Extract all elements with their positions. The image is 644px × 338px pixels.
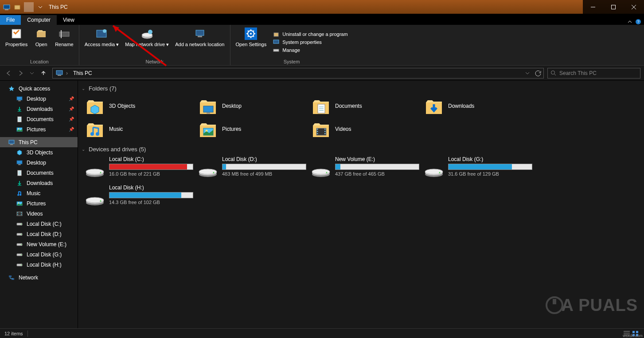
folder-icon <box>198 119 218 139</box>
folder-item[interactable]: 3D Objects <box>85 94 198 118</box>
open-settings-button[interactable]: Open Settings <box>233 26 269 58</box>
label: Rename <box>55 42 74 47</box>
svg-rect-44 <box>21 214 22 215</box>
drive-info: Local Disk (D:) 483 MB free of 499 MB <box>222 156 315 177</box>
sidebar-this-pc[interactable]: This PC <box>0 137 78 147</box>
sidebar-item[interactable]: Local Disk (G:) <box>0 249 78 259</box>
svg-point-9 <box>103 29 106 33</box>
group-label: System <box>284 58 300 65</box>
sidebar-item[interactable]: Documents📌 <box>0 114 78 124</box>
sidebar-item[interactable]: Local Disk (D:) <box>0 229 78 239</box>
folder-item[interactable]: Videos <box>311 118 424 141</box>
drives-header[interactable]: ⌄Devices and drives (5) <box>79 144 644 155</box>
map-drive-button[interactable]: Map network drive ▾ <box>122 26 172 58</box>
sidebar-item[interactable]: Pictures📌 <box>0 124 78 134</box>
doc-icon <box>16 169 23 177</box>
breadcrumb[interactable]: This PC <box>70 70 96 76</box>
folder-item[interactable]: Desktop <box>198 94 311 118</box>
svg-rect-22 <box>58 75 61 76</box>
qat-item[interactable] <box>12 2 22 12</box>
minimize-button[interactable] <box>583 0 603 14</box>
forward-button[interactable] <box>15 68 26 79</box>
explorer-window: This PC File Computer View ? Properties … <box>0 0 644 338</box>
content-pane: ⌄Folders (7) 3D ObjectsDesktopDocumentsD… <box>78 81 644 328</box>
monitor-icon <box>273 39 280 46</box>
label: Access media ▾ <box>85 42 119 47</box>
add-location-button[interactable]: Add a network location <box>172 26 227 58</box>
up-button[interactable] <box>38 68 49 79</box>
address-bar[interactable]: › This PC <box>52 68 544 79</box>
svg-rect-21 <box>56 71 62 75</box>
drive-icon <box>16 241 23 248</box>
folder-icon <box>85 119 105 139</box>
help-icon[interactable]: ? <box>635 19 641 25</box>
sidebar-item[interactable]: Pictures <box>0 198 78 208</box>
tab-computer[interactable]: Computer <box>21 15 57 25</box>
refresh-button[interactable] <box>533 68 543 79</box>
sidebar-network[interactable]: Network <box>0 272 78 283</box>
sidebar-item[interactable]: Desktop <box>0 157 78 168</box>
sidebar-item[interactable]: Local Disk (C:) <box>0 219 78 229</box>
sidebar-item[interactable]: New Volume (E:) <box>0 239 78 249</box>
drive-item[interactable]: New Volume (E:) 437 GB free of 465 GB <box>311 155 424 184</box>
sidebar-item[interactable]: Videos <box>0 208 78 219</box>
window-title: This PC <box>49 4 68 10</box>
label: Map network drive ▾ <box>125 42 169 47</box>
tab-file[interactable]: File <box>0 15 21 25</box>
drive-item[interactable]: Local Disk (C:) 16.0 GB free of 221 GB <box>85 155 198 184</box>
uninstall-button[interactable]: Uninstall or change a program <box>273 31 347 38</box>
sidebar-item[interactable]: Local Disk (H:) <box>0 259 78 270</box>
system-properties-button[interactable]: System properties <box>273 39 347 46</box>
usage-bar <box>222 164 306 170</box>
folder-item[interactable]: Music <box>85 118 198 141</box>
system-icon[interactable] <box>2 2 12 12</box>
back-button[interactable] <box>4 68 14 79</box>
sidebar-item[interactable]: Desktop📌 <box>0 94 78 104</box>
folder-item[interactable]: Downloads <box>424 94 537 118</box>
svg-rect-7 <box>61 30 62 38</box>
collapse-ribbon-icon[interactable] <box>627 19 632 24</box>
ribbon-group-location: Properties Open Rename Location <box>0 25 79 65</box>
folders-header[interactable]: ⌄Folders (7) <box>79 83 644 94</box>
drive-item[interactable]: Local Disk (H:) 14.3 GB free of 102 GB <box>85 184 198 212</box>
maximize-button[interactable] <box>603 0 624 14</box>
sidebar-item[interactable]: Downloads <box>0 178 78 188</box>
pc-icon <box>8 139 15 146</box>
folder-item[interactable]: Documents <box>311 94 424 118</box>
tab-view[interactable]: View <box>57 15 81 25</box>
open-button[interactable]: Open <box>31 26 51 58</box>
drive-item[interactable]: Local Disk (G:) 31.6 GB free of 129 GB <box>424 155 537 184</box>
sidebar-item[interactable]: Downloads📌 <box>0 104 78 114</box>
label: Documents <box>335 103 362 109</box>
svg-point-46 <box>21 224 22 224</box>
sidebar-item[interactable]: 3D Objects <box>0 147 78 157</box>
label: Folders (7) <box>89 85 117 92</box>
close-button[interactable] <box>624 0 644 14</box>
sidebar-item[interactable]: Music <box>0 188 78 198</box>
drive-item[interactable]: Local Disk (D:) 483 MB free of 499 MB <box>198 155 311 184</box>
sidebar-item[interactable]: Documents <box>0 168 78 178</box>
chevron-right-icon: › <box>64 70 70 76</box>
svg-point-29 <box>18 128 20 130</box>
svg-rect-58 <box>207 113 210 114</box>
folder-item[interactable]: Pictures <box>198 118 311 141</box>
ribbon-group-network: Access media ▾ Map network drive ▾ Add a… <box>79 25 230 65</box>
rename-button[interactable]: Rename <box>52 26 76 58</box>
qat-dropdown[interactable] <box>35 2 45 12</box>
recent-button[interactable] <box>27 68 37 79</box>
properties-button[interactable]: Properties <box>3 26 30 58</box>
sidebar-quick-access[interactable]: Quick access <box>0 83 78 94</box>
access-media-button[interactable]: Access media ▾ <box>82 26 122 58</box>
drives-grid: Local Disk (C:) 16.0 GB free of 221 GB L… <box>79 155 644 216</box>
drive-info: New Volume (E:) 437 GB free of 465 GB <box>335 156 428 177</box>
down-icon <box>16 180 23 187</box>
pc-icon <box>55 68 64 78</box>
search-box[interactable]: Search This PC <box>547 68 640 79</box>
svg-rect-67 <box>317 133 318 134</box>
svg-rect-41 <box>17 212 18 213</box>
svg-rect-32 <box>17 161 22 164</box>
manage-button[interactable]: Manage <box>273 47 347 54</box>
title-bar: This PC <box>0 0 644 14</box>
dropdown-icon[interactable] <box>522 68 533 79</box>
system-list: Uninstall or change a program System pro… <box>270 26 350 58</box>
